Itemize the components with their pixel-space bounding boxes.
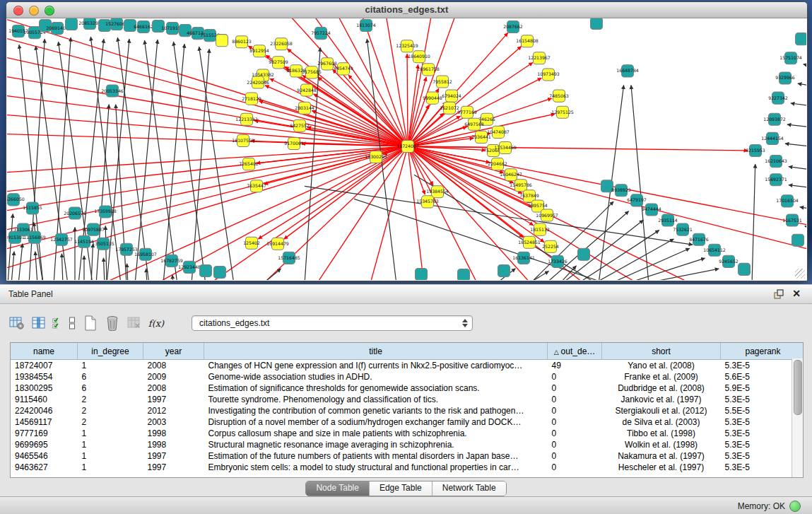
graph-node[interactable] — [200, 264, 212, 276]
graph-node[interactable]: 15716485 — [278, 252, 300, 264]
graph-node[interactable]: 10654112 — [703, 244, 726, 256]
graph-node[interactable]: 12975125 — [551, 106, 574, 118]
graph-node[interactable]: 12325419 — [396, 40, 418, 52]
cell-title[interactable]: Estimation of the future numbers of pati… — [204, 450, 548, 462]
cell-out_de[interactable]: 0 — [548, 462, 602, 473]
graph-node[interactable] — [498, 264, 510, 276]
cell-out_de[interactable]: 0 — [548, 382, 602, 394]
cell-short[interactable]: Dudbridge et al. (2008) — [602, 382, 721, 394]
graph-node[interactable]: 252254 — [542, 240, 559, 252]
graph-node[interactable]: 2087662 — [503, 21, 523, 33]
graph-node[interactable]: 12213312 — [235, 113, 258, 125]
cell-in_degree[interactable]: 1 — [78, 450, 143, 462]
scrollbar-thumb[interactable] — [794, 360, 802, 415]
cell-year[interactable]: 2008 — [143, 382, 204, 394]
cell-title[interactable]: Disruption of a novel member of a sodium… — [204, 416, 548, 428]
cell-out_de[interactable]: 0 — [548, 439, 602, 450]
graph-node[interactable]: 12342757 — [50, 233, 73, 245]
column-header-year[interactable]: year — [143, 343, 204, 360]
cell-in_degree[interactable]: 2 — [78, 405, 143, 416]
delete-table-icon[interactable] — [104, 315, 121, 331]
graph-node[interactable] — [792, 234, 804, 246]
network-window-titlebar[interactable]: citations_edges.txt — [6, 2, 807, 18]
graph-node[interactable]: 8938923 — [611, 185, 631, 197]
graph-node[interactable] — [591, 18, 603, 30]
cell-short[interactable]: Wolkin et al. (1998) — [602, 439, 721, 450]
cell-out_de[interactable]: 0 — [548, 405, 602, 416]
show-column-icon[interactable] — [30, 315, 47, 331]
graph-node[interactable] — [214, 266, 226, 278]
cell-out_de[interactable]: 0 — [548, 371, 602, 382]
cell-short[interactable]: Jankovic et al. (1997) — [602, 394, 721, 405]
cell-year[interactable]: 2009 — [143, 371, 204, 382]
graph-node[interactable]: 16154808 — [516, 35, 539, 47]
graph-node[interactable]: 15692371 — [765, 174, 787, 186]
cell-short[interactable]: Nakamura et al. (1997) — [602, 450, 721, 462]
cell-out_de[interactable]: 0 — [548, 394, 602, 405]
graph-node[interactable]: 1145194 — [74, 235, 94, 247]
cell-year[interactable]: 1997 — [143, 450, 204, 462]
cell-short[interactable]: Yano et al. (2008) — [602, 360, 721, 372]
graph-node[interactable]: 8215953 — [746, 144, 765, 156]
cell-year[interactable]: 1998 — [143, 439, 204, 450]
cell-in_degree[interactable]: 2 — [78, 394, 143, 405]
graph-node[interactable]: 20853297 — [78, 18, 101, 30]
graph-node[interactable]: 12213967 — [528, 52, 551, 64]
cell-short[interactable]: de Silva et al. (2003) — [602, 416, 721, 428]
cell-year[interactable]: 1997 — [143, 394, 204, 405]
column-checklist-icon[interactable] — [52, 315, 62, 331]
column-header-short[interactable]: short — [602, 343, 721, 360]
graph-node[interactable]: 12444154 — [761, 132, 784, 144]
graph-node[interactable]: 16210643 — [765, 156, 787, 168]
graph-node[interactable] — [796, 33, 807, 45]
graph-node[interactable]: 25266050 — [7, 194, 25, 206]
graph-node[interactable]: 16136141 — [512, 252, 535, 264]
resize-grip-icon[interactable] — [795, 269, 805, 279]
graph-node[interactable]: 18107559 — [232, 134, 254, 146]
tab-network-table[interactable]: Network Table — [432, 481, 506, 496]
graph-node[interactable]: 9474444 — [642, 204, 661, 216]
cell-short[interactable]: Tibbo et al. (1998) — [602, 428, 721, 439]
graph-node[interactable]: 7485063 — [549, 90, 569, 102]
cell-title[interactable]: Corpus callosum shape and size in male p… — [204, 428, 548, 439]
cell-year[interactable]: 2008 — [143, 360, 204, 372]
graph-node[interactable]: 16914479 — [266, 238, 289, 250]
close-panel-icon[interactable] — [792, 288, 801, 299]
graph-node[interactable]: 6794024 — [442, 90, 461, 102]
graph-node[interactable]: 12093872 — [763, 113, 786, 125]
graph-node[interactable]: 9990448 — [423, 92, 442, 104]
cell-short[interactable]: Stergiakouli et al. (2012) — [602, 405, 721, 416]
graph-node[interactable]: 9245652 — [719, 255, 739, 267]
cell-year[interactable]: 1998 — [143, 428, 204, 439]
graph-node[interactable]: 7265402 — [239, 158, 259, 170]
column-header-out_de[interactable]: △out_de… — [548, 343, 602, 360]
cell-title[interactable]: Structural magnetic resonance image aver… — [204, 439, 548, 450]
memory-indicator-icon[interactable] — [789, 501, 801, 512]
graph-node[interactable]: 9170061 — [284, 137, 304, 149]
cell-title[interactable]: Genome-wide association studies in ADHD. — [204, 371, 548, 382]
graph-node[interactable]: 7532621 — [673, 223, 693, 235]
network-canvas[interactable]: 1940557190557242069140620853297152760626… — [7, 18, 806, 280]
cell-in_degree[interactable]: 2 — [78, 416, 143, 428]
graph-node[interactable]: 17016504 — [776, 195, 799, 207]
graph-node[interactable] — [416, 268, 428, 280]
cell-in_degree[interactable]: 6 — [78, 371, 143, 382]
cell-name[interactable]: 9463627 — [11, 462, 78, 473]
tab-edge-table[interactable]: Edge Table — [369, 481, 432, 496]
column-header-name[interactable]: name — [11, 343, 78, 360]
cell-short[interactable]: Hescheler et al. (1997) — [602, 462, 721, 473]
cell-year[interactable]: 2003 — [143, 416, 204, 428]
graph-node[interactable]: 6479197 — [627, 194, 647, 206]
column-header-in_degree[interactable]: in_degree — [78, 343, 143, 360]
new-table-icon[interactable] — [82, 315, 99, 331]
graph-node[interactable]: 23226058 — [270, 38, 293, 50]
cell-title[interactable]: Investigating the contribution of common… — [204, 405, 548, 416]
graph-node[interactable]: 9329966 — [775, 72, 795, 84]
graph-node[interactable]: 1167531 — [782, 214, 802, 226]
column-header-title[interactable]: title — [204, 343, 548, 360]
graph-node[interactable] — [216, 35, 228, 47]
cell-name[interactable]: 9115460 — [11, 394, 78, 405]
graph-node[interactable]: 16648784 — [616, 65, 639, 77]
cell-year[interactable]: 1997 — [143, 462, 204, 473]
cell-short[interactable]: Franke et al. (2009) — [602, 371, 721, 382]
